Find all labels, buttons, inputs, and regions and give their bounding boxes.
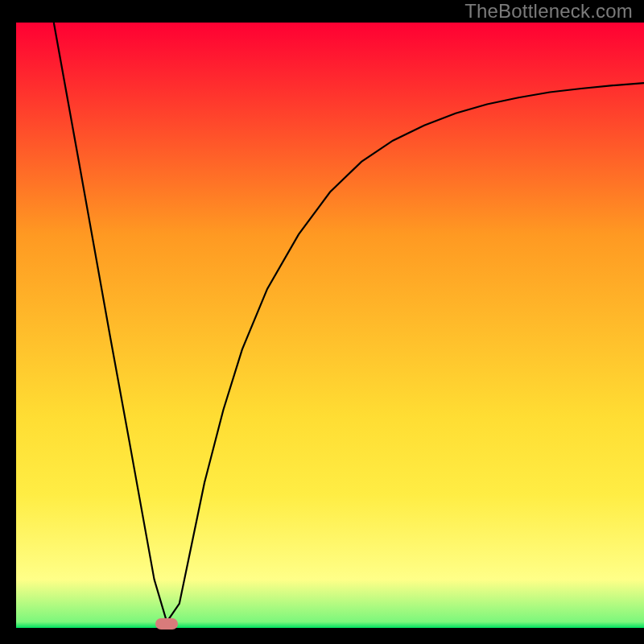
bottleneck-chart: TheBottleneck.com	[0, 0, 644, 644]
chart-canvas	[0, 0, 644, 644]
plot-area	[16, 23, 644, 628]
watermark-text: TheBottleneck.com	[464, 0, 633, 23]
optimal-point-marker	[155, 618, 178, 630]
